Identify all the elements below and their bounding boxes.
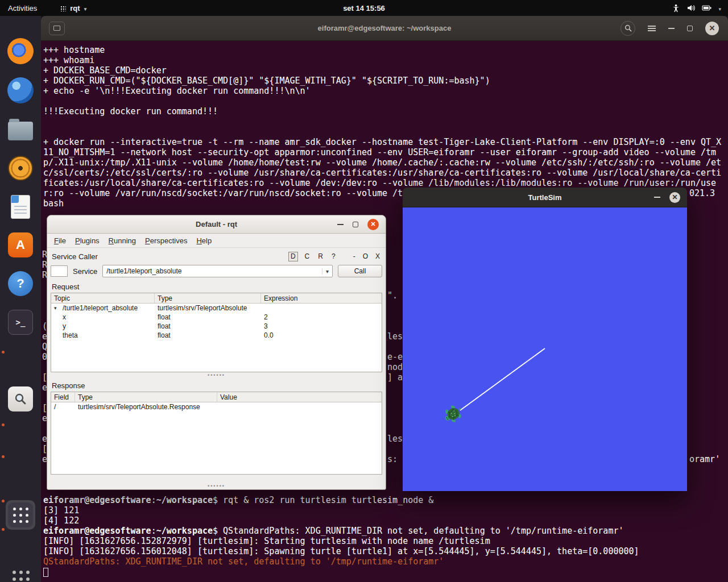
cell-expression[interactable]: 3 — [261, 322, 382, 330]
plugin-tool-button-?[interactable]: ? — [330, 252, 337, 261]
response-table-row[interactable]: /turtlesim/srv/TeleportAbsolute.Response — [51, 402, 382, 411]
terminal-title: eiforamr@edgesoftware: ~/workspace — [318, 24, 452, 32]
request-table-row[interactable]: xfloat2 — [51, 313, 382, 322]
response-table-body: /turtlesim/srv/TeleportAbsolute.Response — [51, 402, 382, 474]
terminal-line: QStandardPaths: XDG_RUNTIME_DIR not set,… — [43, 556, 726, 567]
cell-topic: y — [51, 322, 155, 330]
plugin-window-button-x[interactable]: X — [374, 252, 381, 260]
cell-expression[interactable]: 0.0 — [261, 331, 382, 339]
cell-type: turtlesim/srv/TeleportAbsolute — [155, 304, 261, 312]
service-refresh-box[interactable] — [51, 265, 68, 277]
dock-item-thunderbird[interactable] — [6, 76, 35, 105]
request-col-expression[interactable]: Expression — [261, 293, 382, 303]
rqt-titlebar[interactable]: Default - rqt ✕ — [47, 215, 386, 234]
menu-running[interactable]: Running — [104, 235, 140, 247]
request-col-topic[interactable]: Topic — [51, 293, 155, 303]
terminal-bottom-lines: eiforamr@edgesoftware:~/workspace$ rqt &… — [43, 495, 726, 577]
dock-item-rhythmbox[interactable] — [6, 153, 35, 183]
menu-perspectives[interactable]: Perspectives — [140, 235, 192, 247]
request-table-row[interactable]: thetafloat0.0 — [51, 331, 382, 340]
magnifier-icon — [8, 386, 33, 411]
turtlesim-minimize-button[interactable] — [654, 197, 660, 198]
terminal-line: [INFO] [1631627656.156012048] [turtlesim… — [43, 546, 726, 556]
chevron-down-icon — [718, 4, 721, 13]
plugin-tool-button-d[interactable]: D — [288, 252, 298, 261]
rqt-maximize-button[interactable] — [353, 222, 358, 227]
dock-item-files[interactable] — [6, 114, 35, 144]
dock-item-terminal[interactable]: >_ — [6, 307, 35, 337]
media-disc-icon — [8, 156, 33, 181]
new-window-button[interactable] — [49, 22, 65, 35]
response-col-type[interactable]: Type — [75, 392, 217, 402]
plugin-window-button--[interactable]: - — [352, 252, 357, 260]
response-col-field[interactable]: Field — [51, 392, 75, 402]
terminal-maximize-button[interactable] — [687, 26, 693, 31]
plugin-title: Service Caller — [52, 252, 98, 261]
activities-button[interactable]: Activities — [0, 0, 45, 16]
tables-splitter-handle[interactable] — [51, 372, 382, 377]
dock: A ? >_ — [0, 16, 41, 582]
cell-expression[interactable]: 2 — [261, 313, 382, 321]
dock-item-document-viewer[interactable] — [6, 192, 35, 222]
terminal-line — [43, 96, 723, 106]
terminal-fragment: 021.3 — [689, 188, 715, 198]
request-table-row[interactable]: yfloat3 — [51, 322, 382, 331]
running-indicator-dot — [2, 528, 5, 531]
turtlesim-titlebar[interactable]: TurtleSim ✕ — [403, 188, 687, 207]
call-button[interactable]: Call — [338, 265, 382, 277]
turtlesim-close-button[interactable]: ✕ — [669, 192, 680, 203]
clock[interactable]: set 14 15:56 — [343, 4, 385, 13]
show-applications-icon — [13, 571, 29, 582]
terminal-search-button[interactable] — [621, 21, 635, 36]
terminal-line: eiforamr@edgesoftware:~/workspace$ rqt &… — [43, 495, 726, 505]
terminal-line: [4] 122 — [43, 516, 726, 526]
service-combobox[interactable]: /turtle1/teleport_absolute — [102, 265, 333, 277]
plugin-tool-button-r[interactable]: R — [316, 252, 325, 261]
combo-dropdown-icon[interactable] — [322, 268, 329, 275]
terminal-titlebar[interactable]: eiforamr@edgesoftware: ~/workspace ✕ — [41, 16, 728, 41]
request-table-header: Topic Type Expression — [51, 293, 382, 304]
turtle-trail-line — [460, 348, 545, 410]
app-menu[interactable]: rqt — [60, 4, 86, 13]
response-section-label: Response — [52, 381, 382, 390]
response-col-value[interactable]: Value — [217, 392, 382, 402]
cell-topic: x — [51, 313, 155, 321]
plugin-window-button-o[interactable]: O — [362, 252, 369, 260]
dock-item-help[interactable]: ? — [6, 269, 35, 298]
dock-item-ubuntu-software[interactable]: A — [6, 230, 35, 260]
gnome-top-bar: Activities rqt set 14 15:56 — [0, 0, 728, 16]
terminal-line: + DOCKER_RUN_CMD=("${DOCKER_BASE_CMD[@]}… — [43, 76, 723, 86]
terminal-close-button[interactable]: ✕ — [705, 22, 719, 35]
hamburger-menu-icon[interactable] — [648, 26, 656, 31]
dock-item-app-grid[interactable] — [6, 500, 35, 530]
software-letter: A — [16, 238, 25, 252]
request-table-body: /turtle1/teleport_absoluteturtlesim/srv/… — [51, 304, 382, 372]
turtlesim-canvas — [403, 207, 687, 491]
request-table-row[interactable]: /turtle1/teleport_absoluteturtlesim/srv/… — [51, 304, 382, 313]
menu-plugins[interactable]: Plugins — [71, 235, 104, 247]
accessibility-icon — [672, 3, 680, 13]
menu-file[interactable]: File — [49, 235, 71, 247]
terminal-line — [43, 117, 723, 127]
dock-item-screenshot-tool[interactable] — [6, 384, 35, 414]
service-selected-value: /turtle1/teleport_absolute — [106, 267, 181, 275]
terminal-fragment: ". — [387, 290, 398, 301]
terminal-top-lines: +++ hostname+++ whoami+ DOCKER_BASE_CMD=… — [43, 45, 723, 209]
menu-help[interactable]: Help — [192, 235, 216, 247]
app-grid-glyph-icon — [60, 5, 66, 11]
terminal-line: +++ hostname — [43, 45, 723, 55]
cell-field: / — [51, 403, 75, 411]
system-status-area[interactable] — [672, 3, 728, 13]
dock-item-show-applications[interactable] — [6, 564, 35, 582]
dock-item-firefox[interactable] — [6, 36, 35, 66]
software-store-icon: A — [8, 232, 33, 257]
expand-triangle-icon[interactable] — [54, 305, 63, 311]
plugin-tool-button-c[interactable]: C — [303, 252, 312, 261]
cell-type: float — [155, 331, 261, 339]
rqt-minimize-button[interactable] — [337, 224, 344, 225]
rqt-close-button[interactable]: ✕ — [367, 219, 379, 230]
rqt-window-title: Default - rqt — [196, 220, 237, 228]
request-col-type[interactable]: Type — [155, 293, 261, 303]
terminal-minimize-button[interactable] — [668, 28, 675, 29]
rqt-bottom-splitter-handle[interactable] — [208, 483, 225, 489]
